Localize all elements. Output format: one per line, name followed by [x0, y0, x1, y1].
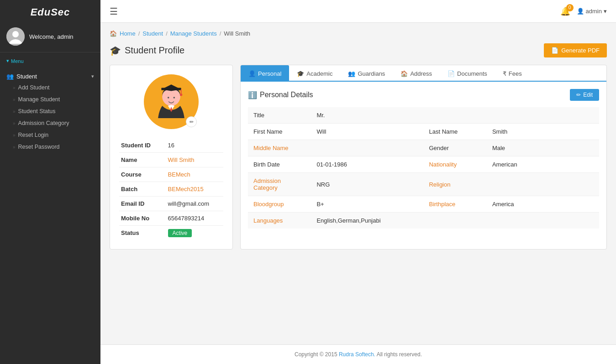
student-id-label: Student ID — [119, 138, 166, 153]
student-section: 👥 Student ▾ » Add Student » Manage Stude… — [0, 67, 100, 156]
table-row: Status Active — [119, 226, 223, 240]
sidebar-item-add-student[interactable]: » Add Student — [0, 82, 100, 94]
generate-pdf-button[interactable]: 📄 Generate PDF — [544, 43, 607, 57]
user-graduate-icon: 🎓 — [110, 45, 121, 56]
table-row: Course BEMech — [119, 167, 223, 182]
admin-menu[interactable]: 👤 admin ▾ — [577, 8, 607, 15]
arrow-icon: » — [13, 85, 16, 90]
field-label-birthdate: Birth Date — [248, 156, 311, 173]
table-row: Birth Date 01-01-1986 Nationality Americ… — [248, 156, 599, 173]
table-row: Admission Category NRG Religion — [248, 173, 599, 196]
section-title: ℹ️ Personal Details — [248, 91, 313, 99]
tab-guardians[interactable]: 👥 Guardians — [340, 65, 393, 82]
footer-company-link[interactable]: Rudra Softech. — [339, 351, 375, 358]
address-icon: 🏠 — [400, 70, 408, 77]
notification-bell[interactable]: 🔔 0 — [560, 6, 570, 16]
table-row: Mobile No 65647893214 — [119, 211, 223, 226]
status-label: Status — [119, 226, 166, 240]
name-value: Will Smith — [166, 153, 223, 167]
field-label-languages: Languages — [248, 213, 311, 229]
sidebar: EduSec Welcome, admin ▾ Menu 👥 Student — [0, 0, 100, 364]
welcome-text: Welcome, admin — [29, 33, 74, 40]
field-label-admission-category: Admission Category — [248, 173, 311, 196]
tab-fees[interactable]: ₹ Fees — [495, 65, 530, 82]
tabs: 👤 Personal 🎓 Academic 👥 Guardians � — [241, 65, 606, 82]
table-row: Title Mr. — [248, 107, 599, 124]
field-value-birthplace: America — [487, 196, 599, 213]
arrow-icon: » — [13, 97, 16, 102]
field-label-birthplace: Birthplace — [423, 196, 486, 213]
table-row: First Name Will Last Name Smith — [248, 124, 599, 140]
main-content: ☰ 🔔 0 👤 admin ▾ 🏠 Home / Stu — [100, 0, 616, 364]
arrow-icon: » — [13, 133, 16, 138]
breadcrumb-home[interactable]: Home — [120, 30, 136, 37]
footer: Copyright © 2015 Rudra Softech. All righ… — [100, 344, 616, 364]
sidebar-item-manage-student[interactable]: » Manage Student — [0, 94, 100, 105]
field-label-bloodgroup: Bloodgroup — [248, 196, 311, 213]
topbar-left: ☰ — [110, 6, 118, 17]
student-id-value: 16 — [166, 138, 223, 153]
sidebar-item-admission-category[interactable]: » Admission Category — [0, 117, 100, 129]
field-label-title: Title — [248, 107, 311, 124]
menu-header: ▾ Menu — [0, 52, 100, 67]
student-section-title[interactable]: 👥 Student ▾ — [0, 69, 100, 82]
fees-icon: ₹ — [503, 70, 506, 77]
person-icon: 👤 — [248, 70, 256, 77]
arrow-icon: » — [13, 109, 16, 114]
sidebar-item-student-status[interactable]: » Student Status — [0, 105, 100, 117]
sidebar-item-reset-login[interactable]: » Reset Login — [0, 129, 100, 141]
course-label: Course — [119, 167, 166, 182]
topbar-right: 🔔 0 👤 admin ▾ — [560, 6, 607, 16]
course-value: BEMech — [166, 167, 223, 182]
mobile-label: Mobile No — [119, 211, 166, 226]
field-value-religion — [487, 173, 599, 196]
breadcrumb-manage[interactable]: Manage Students — [170, 30, 217, 37]
tab-academic[interactable]: 🎓 Academic — [289, 65, 340, 82]
tab-documents[interactable]: 📄 Documents — [440, 65, 495, 82]
tab-address[interactable]: 🏠 Address — [393, 65, 440, 82]
section-header: ℹ️ Personal Details ✏ Edit — [248, 89, 599, 101]
hamburger-icon[interactable]: ☰ — [110, 6, 118, 17]
field-value-languages: English,German,Punjabi — [311, 213, 599, 229]
field-value-gender: Male — [487, 140, 599, 156]
field-value-middlename — [311, 140, 423, 156]
chevron-right-icon: ▾ — [91, 73, 94, 79]
arrow-icon: » — [13, 121, 16, 126]
field-value-lastname: Smith — [487, 124, 599, 140]
field-label-firstname: First Name — [248, 124, 311, 140]
field-label-lastname: Last Name — [423, 124, 486, 140]
edit-button[interactable]: ✏ Edit — [570, 89, 599, 101]
breadcrumb: 🏠 Home / Student / Manage Students / Wil… — [110, 30, 607, 37]
pdf-icon: 📄 — [551, 47, 558, 54]
field-value-nationality: American — [487, 156, 599, 173]
field-value-bloodgroup: B+ — [311, 196, 423, 213]
student-avatar — [151, 81, 192, 122]
page-header: 🎓 Student Profile 📄 Generate PDF — [110, 43, 607, 57]
documents-icon: 📄 — [448, 70, 455, 77]
table-row: Email ID will@gmail.com — [119, 197, 223, 211]
status-badge: Active — [168, 229, 192, 237]
table-row: Batch BEMech2015 — [119, 182, 223, 197]
table-row: Middle Name Gender Male — [248, 140, 599, 156]
breadcrumb-sep1: / — [138, 30, 140, 37]
field-value-admission-category: NRG — [311, 173, 423, 196]
email-value: will@gmail.com — [166, 197, 223, 211]
breadcrumb-sep2: / — [166, 30, 168, 37]
name-label: Name — [119, 153, 166, 167]
field-label-gender: Gender — [423, 140, 486, 156]
app-logo: EduSec — [0, 0, 100, 23]
breadcrumb-student[interactable]: Student — [142, 30, 163, 37]
avatar-edit-button[interactable]: ✏ — [186, 116, 197, 127]
personal-details-table: Title Mr. First Name Will Last Name Smit… — [248, 107, 599, 229]
content-area: 🏠 Home / Student / Manage Students / Wil… — [100, 23, 616, 344]
field-value-birthdate: 01-01-1986 — [311, 156, 423, 173]
student-avatar-container: ✏ — [144, 74, 199, 129]
edit-icon: ✏ — [576, 92, 581, 98]
sidebar-user-info: Welcome, admin — [0, 23, 100, 52]
tab-personal[interactable]: 👤 Personal — [241, 65, 289, 82]
academic-icon: 🎓 — [297, 70, 304, 77]
chevron-down-icon: ▾ — [604, 8, 607, 15]
arrow-icon: » — [13, 145, 16, 150]
sidebar-item-reset-password[interactable]: » Reset Password — [0, 141, 100, 153]
svg-point-6 — [180, 94, 182, 96]
